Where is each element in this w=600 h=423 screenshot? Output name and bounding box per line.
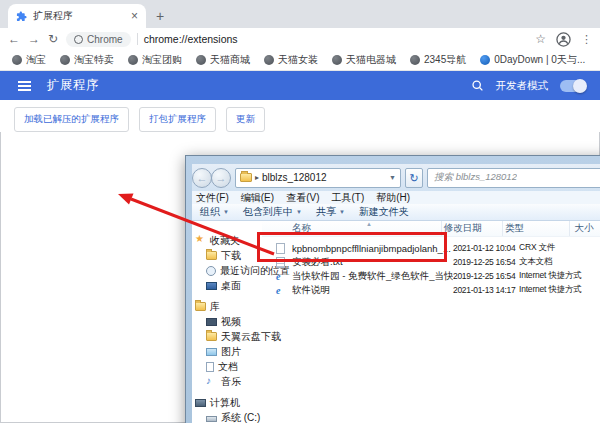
folder-icon (240, 173, 252, 182)
sidebar-item-system-drive[interactable]: 系统 (C:) (192, 410, 268, 423)
extensions-header: 扩展程序 开发者模式 (0, 71, 600, 100)
column-type[interactable]: 类型 (503, 221, 570, 236)
bookmark-label: 天猫商城 (210, 53, 250, 67)
new-folder-button[interactable]: 新建文件夹 (359, 205, 409, 219)
organize-button[interactable]: 组织▼ (200, 205, 229, 219)
update-button[interactable]: 更新 (226, 107, 265, 132)
column-date-modified[interactable]: 修改日期 (442, 221, 504, 236)
browser-toolbar: ← → ↻ Chrome chrome://extensions ☆ ⋮ (0, 28, 600, 50)
file-row-shortcut-notes[interactable]: e 软件说明 2021-01-13 14:17 Internet 快捷方式 (262, 283, 600, 297)
internet-shortcut-icon: e (276, 285, 292, 296)
toggle-knob (573, 79, 587, 93)
sidebar-item-computer[interactable]: 计算机 (192, 395, 268, 410)
load-unpacked-button[interactable]: 加载已解压的扩展程序 (14, 107, 129, 132)
cloud-folder-icon (206, 332, 217, 341)
globe-favicon (410, 55, 420, 65)
menu-help[interactable]: 帮助(H) (376, 191, 410, 205)
file-name: 软件说明 (292, 284, 453, 297)
file-date: 2021-01-13 14:17 (453, 285, 519, 295)
bookmark-label: 淘宝特卖 (74, 53, 114, 67)
bookmark-star-icon[interactable]: ☆ (535, 33, 546, 45)
bookmark-item[interactable]: 淘宝特卖 (60, 53, 114, 67)
address-bar[interactable]: ▸ blblzs_128012 ▼ (235, 168, 401, 188)
new-tab-button[interactable]: + (156, 8, 164, 24)
globe-favicon (264, 55, 274, 65)
file-type: Internet 快捷方式 (519, 270, 591, 282)
forward-icon[interactable]: → (28, 33, 40, 45)
tab-extensions[interactable]: 扩展程序 × (8, 4, 146, 28)
menu-tools[interactable]: 工具(T) (331, 191, 364, 205)
sidebar-item-videos[interactable]: 视频 (192, 314, 268, 329)
file-row-shortcut-site[interactable]: e 当快软件园 - 免费软件_绿色软件_当快软... 2019-12-25 16… (262, 269, 600, 283)
star-icon (195, 236, 206, 245)
url-text: chrome://extensions (144, 33, 238, 45)
menu-file[interactable]: 文件(F) (196, 191, 229, 205)
pack-extension-button[interactable]: 打包扩展程序 (139, 107, 216, 132)
bookmark-label: 淘宝 (26, 53, 46, 67)
explorer-window[interactable]: ← → ▸ blblzs_128012 ▼ ↻ 搜索 blblzs_128012… (185, 155, 600, 423)
breadcrumb: blblzs_128012 (262, 172, 327, 183)
explorer-search-input[interactable]: 搜索 blblzs_128012 (427, 168, 600, 188)
share-button[interactable]: 共享▼ (316, 205, 345, 219)
address-dropdown-icon[interactable]: ▼ (389, 174, 396, 181)
bookmark-item[interactable]: 天猫女装 (264, 53, 318, 67)
bookmark-label: 2345导航 (424, 53, 466, 67)
computer-icon (195, 399, 206, 407)
menu-dots-icon[interactable]: ⋮ (581, 33, 592, 46)
omnibox[interactable]: Chrome chrome://extensions (66, 30, 527, 48)
downloads-folder-icon (206, 251, 217, 260)
column-size[interactable]: 大小 (570, 221, 600, 236)
sidebar-item-music[interactable]: 音乐 (192, 374, 268, 389)
back-icon[interactable]: ← (8, 33, 20, 45)
videos-icon (206, 318, 217, 326)
file-name: 当快软件园 - 免费软件_绿色软件_当快软... (292, 270, 453, 283)
globe-favicon (332, 55, 342, 65)
chip-label: Chrome (87, 34, 123, 45)
developer-mode-toggle[interactable] (560, 80, 586, 92)
sidebar-item-pictures[interactable]: 图片 (192, 344, 268, 359)
globe-favicon (12, 55, 22, 65)
tab-close-icon[interactable]: × (131, 11, 138, 21)
explorer-forward-icon[interactable]: → (211, 168, 231, 188)
hamburger-menu-icon[interactable] (18, 85, 31, 87)
bookmark-item[interactable]: 0DayDown | 0天与... (480, 53, 585, 67)
menu-view[interactable]: 查看(V) (286, 191, 319, 205)
info-icon (74, 35, 83, 44)
developer-mode-label: 开发者模式 (496, 79, 549, 93)
bookmark-item[interactable]: 天猫商城 (196, 53, 250, 67)
sidebar-item-cloud-downloads[interactable]: 天翼云盘下载 (192, 329, 268, 344)
globe-favicon (128, 55, 138, 65)
chevron-down-icon: ▼ (296, 209, 302, 215)
internet-shortcut-icon: e (276, 271, 292, 282)
bookmark-item[interactable]: 淘宝团购 (128, 53, 182, 67)
chevron-down-icon: ▼ (223, 209, 229, 215)
bookmarks-bar: 淘宝 淘宝特卖 淘宝团购 天猫商城 天猫女装 天猫电器城 2345导航 0Day… (0, 50, 600, 71)
file-date: 2019-12-25 16:54 (453, 271, 519, 281)
sidebar-item-recent-places[interactable]: 最近访问的位置 (192, 263, 268, 278)
search-icon[interactable] (471, 79, 484, 92)
pictures-icon (206, 348, 217, 356)
file-type: Internet 快捷方式 (519, 284, 591, 296)
explorer-menu-bar: 文件(F) 编辑(E) 查看(V) 工具(T) 帮助(H) (192, 191, 600, 204)
breadcrumb-arrow-icon: ▸ (255, 173, 259, 182)
explorer-back-icon[interactable]: ← (192, 168, 212, 188)
browser-actions: ☆ ⋮ (535, 32, 592, 47)
sidebar-item-libraries[interactable]: 库 (192, 299, 268, 314)
sidebar-item-desktop[interactable]: 桌面 (192, 278, 268, 293)
reload-icon[interactable]: ↻ (48, 33, 58, 45)
bookmark-label: 淘宝团购 (142, 53, 182, 67)
search-placeholder: 搜索 blblzs_128012 (434, 171, 517, 184)
refresh-icon[interactable]: ↻ (405, 168, 423, 188)
bookmark-item[interactable]: 淘宝 (12, 53, 46, 67)
include-in-library-button[interactable]: 包含到库中▼ (243, 205, 302, 219)
menu-edit[interactable]: 编辑(E) (241, 191, 274, 205)
chevron-down-icon: ▼ (339, 209, 345, 215)
tab-strip: 扩展程序 × + (0, 0, 600, 28)
bookmark-item[interactable]: 2345导航 (410, 53, 466, 67)
extension-puzzle-icon (16, 11, 27, 22)
bookmark-item[interactable]: 天猫电器城 (332, 53, 396, 67)
highlight-rectangle (257, 232, 447, 262)
site-favicon (480, 55, 490, 65)
sidebar-item-documents[interactable]: 文档 (192, 359, 268, 374)
profile-avatar-icon[interactable] (556, 32, 571, 47)
